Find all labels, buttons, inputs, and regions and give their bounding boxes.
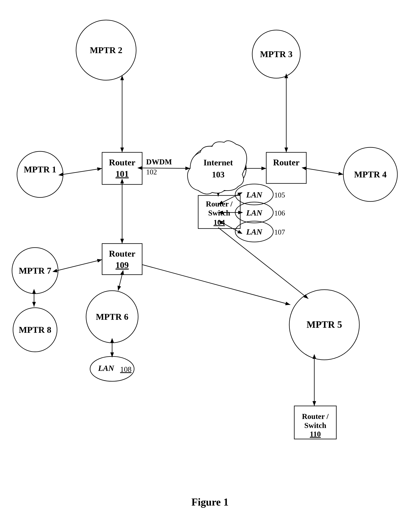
svg-text:LAN: LAN <box>246 208 263 217</box>
svg-text:Internet: Internet <box>204 158 233 167</box>
svg-point-22 <box>17 151 63 197</box>
svg-line-4 <box>63 168 102 174</box>
svg-text:107: 107 <box>274 228 285 236</box>
svg-text:106: 106 <box>274 209 285 217</box>
svg-text:LAN: LAN <box>98 364 114 373</box>
svg-text:LAN: LAN <box>246 227 263 236</box>
svg-line-21 <box>142 265 290 305</box>
svg-text:MPTR 4: MPTR 4 <box>354 170 387 179</box>
svg-text:Router: Router <box>109 249 135 259</box>
svg-line-19 <box>218 227 308 299</box>
svg-text:Router: Router <box>273 158 300 167</box>
svg-text:104: 104 <box>214 218 225 226</box>
svg-rect-38 <box>102 152 142 184</box>
svg-text:LAN: LAN <box>246 190 263 199</box>
svg-line-17 <box>118 275 122 291</box>
svg-text:102: 102 <box>146 168 157 176</box>
svg-text:MPTR 7: MPTR 7 <box>19 266 52 276</box>
svg-text:MPTR 2: MPTR 2 <box>90 45 122 55</box>
svg-line-9 <box>306 168 343 174</box>
svg-text:Switch: Switch <box>304 421 326 430</box>
svg-text:MPTR 8: MPTR 8 <box>19 325 52 335</box>
svg-text:105: 105 <box>274 191 285 199</box>
svg-text:Router /: Router / <box>206 200 233 208</box>
svg-text:103: 103 <box>212 170 225 179</box>
svg-text:Router /: Router / <box>302 412 329 420</box>
svg-rect-48 <box>266 152 306 183</box>
svg-text:MPTR 5: MPTR 5 <box>307 319 342 330</box>
figure-caption: Figure 1 <box>191 496 228 508</box>
diagram-container: MPTR 1 MPTR 2 MPTR 3 MPTR 4 MPTR 5 MPTR … <box>0 0 420 520</box>
svg-text:Router: Router <box>109 158 135 167</box>
svg-text:110: 110 <box>310 430 321 438</box>
svg-text:Switch: Switch <box>208 209 230 217</box>
svg-text:MPTR 1: MPTR 1 <box>24 165 56 174</box>
svg-text:DWDM: DWDM <box>146 158 172 166</box>
svg-text:108: 108 <box>120 365 132 373</box>
svg-text:MPTR 6: MPTR 6 <box>96 312 128 322</box>
svg-text:101: 101 <box>115 169 129 179</box>
svg-line-15 <box>57 260 102 271</box>
svg-text:MPTR 3: MPTR 3 <box>260 49 293 59</box>
svg-text:109: 109 <box>115 260 129 270</box>
